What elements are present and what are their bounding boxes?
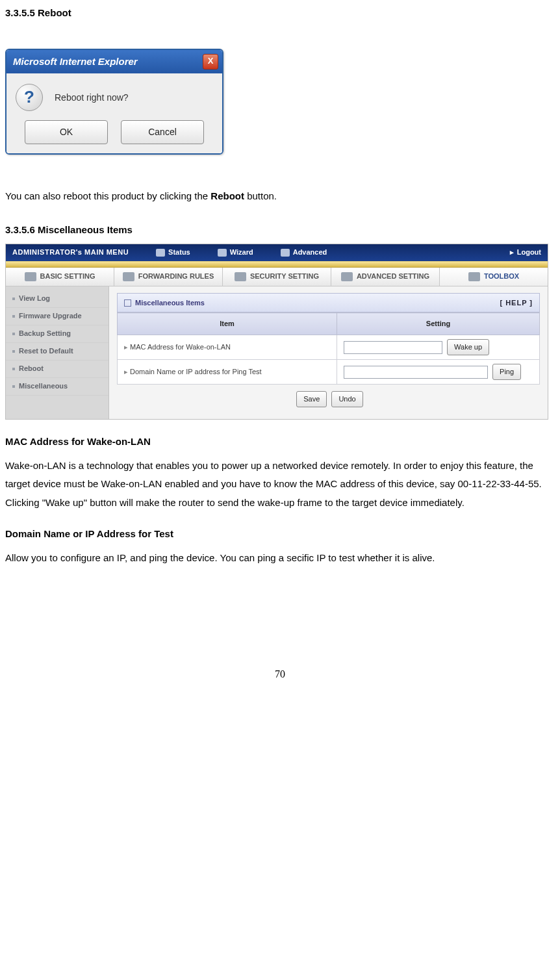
subheading-domain-test: Domain Name or IP Address for Test xyxy=(5,525,555,544)
tab-forwarding-rules[interactable]: FORWARDING RULES xyxy=(114,268,223,286)
mac-address-input[interactable] xyxy=(344,341,442,354)
undo-button[interactable]: Undo xyxy=(331,391,363,407)
row-ping-label: Domain Name or IP address for Ping Test xyxy=(118,360,337,385)
tab-basic-setting[interactable]: BASIC SETTING xyxy=(6,268,114,286)
ping-address-input[interactable] xyxy=(344,366,488,379)
reboot-paragraph: You can also reboot this product by clic… xyxy=(5,187,555,206)
panel-square-icon xyxy=(124,299,131,307)
wol-paragraph: Wake-on-LAN is a technology that enables… xyxy=(5,457,555,513)
nav-wizard[interactable]: Wizard xyxy=(218,246,253,259)
nav-status[interactable]: Status xyxy=(156,246,190,259)
admin-brand: ADMINISTRATOR's MAIN MENU xyxy=(12,246,129,259)
sidebar-item-miscellaneous[interactable]: Miscellaneous xyxy=(6,378,108,396)
wakeup-button[interactable]: Wake up xyxy=(447,339,489,355)
help-link[interactable]: [ HELP ] xyxy=(500,296,533,310)
admin-top-bar: ADMINISTRATOR's MAIN MENU Status Wizard … xyxy=(6,244,548,261)
ping-button[interactable]: Ping xyxy=(492,364,521,380)
col-item: Item xyxy=(118,313,337,335)
panel-header: Miscellaneous Items [ HELP ] xyxy=(117,293,540,313)
tab-security-setting[interactable]: SECURITY SETTING xyxy=(223,268,331,286)
security-icon xyxy=(235,272,246,281)
dialog-titlebar: Microsoft Internet Explorer X xyxy=(6,50,222,74)
main-pane: Miscellaneous Items [ HELP ] Item Settin… xyxy=(109,286,548,419)
tab-advanced-setting[interactable]: ADVANCED SETTING xyxy=(331,268,440,286)
tab-toolbox[interactable]: TOOLBOX xyxy=(440,268,548,286)
nav-advanced[interactable]: Advanced xyxy=(281,246,327,259)
dialog-title: Microsoft Internet Explorer xyxy=(13,53,138,71)
question-icon: ? xyxy=(16,84,43,111)
domain-paragraph: Allow you to configure an IP, and ping t… xyxy=(5,549,555,568)
reboot-text-suffix: button. xyxy=(244,190,277,201)
status-icon xyxy=(156,249,165,257)
table-row: MAC Address for Wake-on-LAN Wake up xyxy=(118,335,540,360)
ok-button[interactable]: OK xyxy=(25,120,108,144)
close-icon[interactable]: X xyxy=(203,54,218,70)
panel-title: Miscellaneous Items xyxy=(135,296,205,310)
gold-divider xyxy=(6,261,548,268)
nav-logout[interactable]: ▸ Logout xyxy=(510,246,541,259)
ie-confirm-dialog: Microsoft Internet Explorer X ? Reboot r… xyxy=(5,49,223,155)
page-number: 70 xyxy=(5,665,555,684)
row-mac-label: MAC Address for Wake-on-LAN xyxy=(118,335,337,360)
sidebar-item-reset-to-default[interactable]: Reset to Default xyxy=(6,343,108,361)
basic-icon xyxy=(25,272,36,281)
tabs-row: BASIC SETTING FORWARDING RULES SECURITY … xyxy=(6,268,548,286)
dialog-body: ? Reboot right now? OK Cancel xyxy=(6,73,222,153)
sidebar-item-firmware-upgrade[interactable]: Firmware Upgrade xyxy=(6,308,108,325)
reboot-text-bold: Reboot xyxy=(210,190,244,201)
toolbox-icon xyxy=(468,272,480,281)
sidebar-item-backup-setting[interactable]: Backup Setting xyxy=(6,325,108,343)
sidebar-item-reboot[interactable]: Reboot xyxy=(6,361,108,378)
reboot-text-prefix: You can also reboot this product by clic… xyxy=(5,190,210,201)
wizard-icon xyxy=(218,249,227,257)
advanced-icon xyxy=(281,249,290,257)
sidebar: View Log Firmware Upgrade Backup Setting… xyxy=(6,286,109,419)
save-button[interactable]: Save xyxy=(296,391,327,407)
forwarding-icon xyxy=(123,272,134,281)
dialog-message: Reboot right now? xyxy=(55,89,129,107)
cancel-button[interactable]: Cancel xyxy=(121,120,204,144)
section-heading-reboot: 3.3.5.5 Reboot xyxy=(5,4,555,23)
sidebar-item-view-log[interactable]: View Log xyxy=(6,290,108,308)
section-heading-misc: 3.3.5.6 Miscellaneous Items xyxy=(5,221,555,240)
settings-table: Item Setting MAC Address for Wake-on-LAN… xyxy=(117,312,540,385)
subheading-mac-wol: MAC Address for Wake-on-LAN xyxy=(5,433,555,451)
admin-screenshot: ADMINISTRATOR's MAIN MENU Status Wizard … xyxy=(5,244,548,420)
button-row: Save Undo xyxy=(117,385,540,409)
col-setting: Setting xyxy=(337,313,540,335)
advanced-setting-icon xyxy=(341,272,353,281)
table-row: Domain Name or IP address for Ping Test … xyxy=(118,360,540,385)
